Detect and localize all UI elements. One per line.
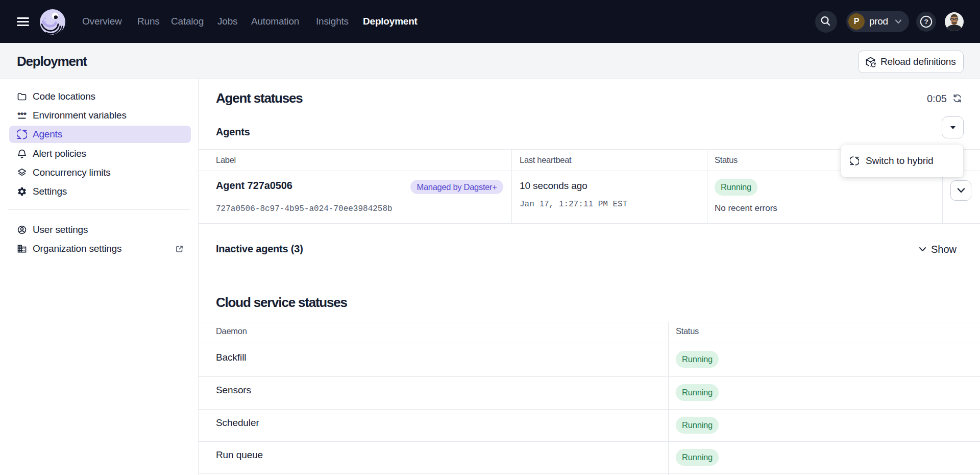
svg-text:***: ***: [17, 110, 27, 119]
svg-text:?: ?: [924, 18, 928, 26]
